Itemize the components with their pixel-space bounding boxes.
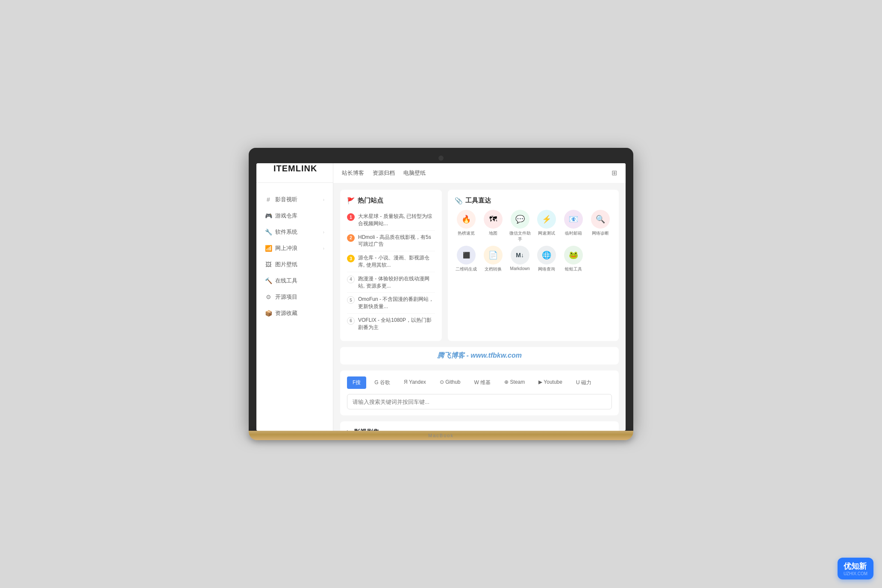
clip-icon: 📎 (455, 197, 463, 205)
sidebar-item-tools[interactable]: 🔨 在线工具 (256, 273, 333, 289)
list-item[interactable]: 6 VOFLIX - 全站1080P，以热门影剧番为主 (347, 314, 435, 334)
list-item[interactable]: 4 跑漫漫 - 体验较好的在线动漫网站, 资源多更... (347, 272, 435, 293)
search-panel: F搜 G 谷歌 Я Yandex ⊙ Github W 维基 ⊕ Steam ▶… (340, 370, 619, 415)
site-num-5: 5 (347, 296, 355, 304)
tool-icon-speed: ⚡ (537, 210, 556, 229)
opensource-icon: ⚙ (265, 294, 272, 300)
tools-grid: 🔥 热榜速览 🗺 地图 💬 微信文件助手 (455, 210, 612, 272)
camera-notch (438, 156, 444, 161)
top-row: 🚩 热门站点 1 大米星球 - 质量较高, 已转型为综合视频网站... 2 (340, 190, 619, 341)
search-tab-steam[interactable]: ⊕ Steam (499, 376, 530, 389)
hot-sites-panel: 🚩 热门站点 1 大米星球 - 质量较高, 已转型为综合视频网站... 2 (340, 190, 442, 341)
tool-wawa[interactable]: 🐸 蛙蛙工具 (562, 246, 585, 272)
sidebar-item-video[interactable]: # 影音视听 › (256, 191, 333, 208)
tool-icon-hot: 🔥 (457, 210, 476, 229)
watermark-text: 腾飞博客 - www.tfbkw.com (437, 352, 522, 359)
tool-netdiag[interactable]: 🔍 网络诊断 (588, 210, 612, 242)
video-panel: ▶ 影视剧集 HD HDmoli 高品质在线影视，有5s可跳过广告 (340, 421, 619, 431)
games-icon: 🎮 (265, 212, 272, 219)
site-num-1: 1 (347, 213, 355, 221)
tool-icon-qr: ⬛ (457, 246, 476, 265)
resources-icon: 📦 (265, 310, 272, 317)
arrow-icon-2: › (323, 230, 324, 235)
search-tab-youtube[interactable]: ▶ Youtube (533, 376, 568, 389)
topnav-link-blog[interactable]: 站长博客 (342, 168, 364, 178)
sidebar-item-opensource[interactable]: ⚙ 开源项目 (256, 289, 333, 305)
tool-icon-tempmail: 📧 (564, 210, 583, 229)
watermark-bar: 腾飞博客 - www.tfbkw.com (340, 347, 619, 365)
search-tab-github[interactable]: ⊙ Github (434, 376, 466, 389)
tool-map[interactable]: 🗺 地图 (482, 210, 505, 242)
badge-main-text: 优知新 (844, 561, 867, 571)
tool-icon-markdown: M↓ (511, 246, 529, 265)
tool-icon-docconv: 📄 (484, 246, 503, 265)
tool-icon-wawa: 🐸 (564, 246, 583, 265)
video-section-title: ▶ 影视剧集 (347, 428, 612, 431)
sidebar-label-wallpaper: 图片壁纸 (275, 261, 297, 268)
sidebar-label-software: 软件系统 (275, 228, 297, 236)
tools-panel: 📎 工具直达 🔥 热榜速览 🗺 (448, 190, 619, 341)
search-input[interactable] (353, 399, 606, 405)
search-tab-fsou[interactable]: F搜 (347, 376, 366, 389)
screen-bezel: ITEMLINK 站长博客 资源归档 电脑壁纸 ⊞ (249, 148, 633, 431)
app-logo: ITEMLINK (265, 164, 326, 182)
arrow-icon-3: › (323, 246, 324, 251)
site-num-4: 4 (347, 276, 355, 283)
tool-markdown[interactable]: M↓ Markdown (508, 246, 532, 272)
topnav-link-archive[interactable]: 资源归档 (373, 168, 395, 178)
sidebar-label-video: 影音视听 (275, 196, 297, 203)
list-item[interactable]: 3 源仓库 - 小说、漫画、影视源仓库, 使用其软... (347, 251, 435, 272)
flag-icon: 🚩 (347, 197, 355, 205)
sidebar-item-wallpaper[interactable]: 🖼 图片壁纸 (256, 256, 333, 273)
topnav-links: 站长博客 资源归档 电脑壁纸 (342, 168, 426, 178)
software-icon: 🔧 (265, 229, 272, 235)
sidebar: # 影音视听 › 🎮 游戏仓库 🔧 软件 (256, 183, 333, 431)
sidebar-item-surf[interactable]: 📶 网上冲浪 › (256, 240, 333, 256)
site-num-2: 2 (347, 234, 355, 242)
hot-sites-list: 1 大米星球 - 质量较高, 已转型为综合视频网站... 2 HDmoli - … (347, 210, 435, 334)
search-input-container (347, 394, 612, 409)
main-content: 🚩 热门站点 1 大米星球 - 质量较高, 已转型为综合视频网站... 2 (333, 183, 626, 431)
sidebar-label-opensource: 开源项目 (275, 293, 297, 301)
tool-netquery[interactable]: 🌐 网络查询 (535, 246, 559, 272)
sidebar-label-surf: 网上冲浪 (275, 244, 297, 252)
topnav-link-wallpaper[interactable]: 电脑壁纸 (403, 168, 426, 178)
tool-icon-wechat: 💬 (511, 210, 529, 229)
tools-icon: 🔨 (265, 277, 272, 284)
tool-docconv[interactable]: 📄 文档转换 (482, 246, 505, 272)
sidebar-label-tools: 在线工具 (275, 277, 297, 285)
sidebar-item-games[interactable]: 🎮 游戏仓库 (256, 208, 333, 224)
sidebar-item-resources[interactable]: 📦 资源收藏 (256, 305, 333, 321)
tool-tempmail[interactable]: 📧 临时邮箱 (562, 210, 585, 242)
tool-wechat-file[interactable]: 💬 微信文件助手 (508, 210, 532, 242)
laptop-brand: MacBook (428, 433, 454, 438)
tool-speed[interactable]: ⚡ 网速测试 (535, 210, 559, 242)
tool-hot[interactable]: 🔥 热榜速览 (455, 210, 478, 242)
tool-icon-netdiag: 🔍 (591, 210, 610, 229)
tool-qr[interactable]: ⬛ 二维码生成 (455, 246, 478, 272)
arrow-icon-0: › (323, 197, 324, 202)
tools-title: 📎 工具直达 (455, 197, 612, 205)
search-tab-magnet[interactable]: U 磁力 (570, 376, 597, 389)
laptop-base: MacBook (249, 431, 633, 440)
sidebar-item-software[interactable]: 🔧 软件系统 › (256, 224, 333, 240)
search-tab-yandex[interactable]: Я Yandex (398, 376, 432, 389)
list-item[interactable]: 2 HDmoli - 高品质在线影视，有5s可跳过广告 (347, 231, 435, 252)
play-icon: ▶ (347, 429, 351, 431)
site-num-6: 6 (347, 317, 355, 325)
search-tabs: F搜 G 谷歌 Я Yandex ⊙ Github W 维基 ⊕ Steam ▶… (347, 376, 612, 389)
video-icon: # (265, 196, 272, 203)
sidebar-label-resources: 资源收藏 (275, 309, 297, 317)
search-tab-wiki[interactable]: W 维基 (469, 376, 497, 389)
badge-sub-text: UZHIX.COM (844, 571, 867, 576)
grid-icon[interactable]: ⊞ (612, 169, 617, 177)
app-body: # 影音视听 › 🎮 游戏仓库 🔧 软件 (256, 183, 626, 431)
surf-icon: 📶 (265, 245, 272, 252)
list-item[interactable]: 1 大米星球 - 质量较高, 已转型为综合视频网站... (347, 210, 435, 231)
search-tab-google[interactable]: G 谷歌 (369, 376, 396, 389)
list-item[interactable]: 5 OmoFun - 不含国漫的番剧网站，更新快质量... (347, 293, 435, 314)
laptop-container: ITEMLINK 站长博客 资源归档 电脑壁纸 ⊞ (249, 148, 633, 440)
screen: ITEMLINK 站长博客 资源归档 电脑壁纸 ⊞ (256, 163, 626, 431)
badge-container: 优知新 UZHIX.COM (838, 558, 873, 579)
tool-icon-map: 🗺 (484, 210, 503, 229)
